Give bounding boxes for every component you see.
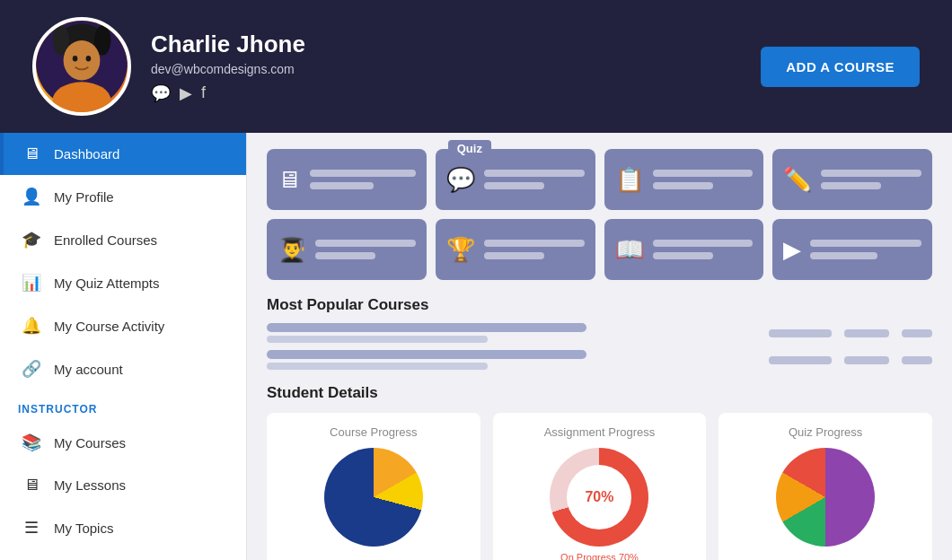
stat-line [810, 252, 877, 259]
sidebar-item-course-activity[interactable]: 🔔 My Course Activity [0, 304, 246, 347]
topics-icon: ☰ [22, 518, 41, 538]
sidebar-item-my-topics[interactable]: ☰ My Topics [0, 506, 246, 549]
stat-card-2[interactable]: Quiz 💬 [436, 149, 595, 210]
stat-icon-2: 💬 [446, 166, 475, 194]
course-row [267, 350, 932, 370]
social-links: 💬 ▶ f [151, 83, 761, 103]
popular-courses-section: Most Popular Courses [267, 296, 932, 370]
stat-cards-grid: 🖥 Quiz 💬 📋 [267, 149, 932, 280]
stat-card-1[interactable]: 🖥 [267, 149, 427, 210]
course-meta-bar [902, 356, 932, 364]
stat-line [315, 252, 375, 259]
on-progress-label: On Progress 70% [502, 552, 698, 560]
user-email: dev@wbcomdesigns.com [151, 62, 761, 76]
student-details-title: Student Details [267, 384, 932, 402]
stat-line [484, 182, 544, 189]
svg-point-6 [73, 56, 78, 61]
main-layout: 🖥 Dashboard 👤 My Profile 🎓 Enrolled Cour… [0, 133, 952, 560]
my-courses-icon: 📚 [22, 433, 41, 452]
course-row [267, 323, 932, 343]
stat-line [484, 240, 585, 247]
header-info: Charlie Jhone dev@wbcomdesigns.com 💬 ▶ f [151, 31, 761, 103]
sidebar-item-dashboard[interactable]: 🖥 Dashboard [0, 133, 246, 175]
course-meta-bar [769, 329, 832, 337]
course-progress-chart [324, 448, 423, 547]
instructor-section-label: INSTRUCTOR [0, 390, 246, 421]
stat-icon-3: 📋 [615, 166, 644, 194]
stat-card-6[interactable]: 🏆 [436, 219, 595, 280]
stat-line [310, 182, 374, 189]
stat-card-5[interactable]: 👨‍🎓 [267, 219, 427, 280]
course-meta-bar [844, 356, 889, 364]
sidebar-item-my-account[interactable]: 🔗 My account [0, 347, 246, 390]
facebook-icon[interactable]: f [201, 83, 206, 103]
quiz-progress-chart [776, 448, 875, 547]
course-bar-top [267, 350, 586, 359]
youtube-icon[interactable]: ▶ [180, 83, 192, 103]
student-details-section: Student Details Course Progress Assignme… [267, 384, 932, 560]
course-meta-bar [902, 329, 932, 337]
avatar [32, 17, 131, 116]
add-course-button[interactable]: ADD A COURSE [761, 47, 920, 87]
stat-line [821, 170, 921, 177]
header: Charlie Jhone dev@wbcomdesigns.com 💬 ▶ f… [0, 0, 952, 133]
assignment-progress-title: Assignment Progress [502, 425, 698, 439]
svg-point-4 [64, 40, 101, 81]
account-icon: 🔗 [22, 359, 41, 379]
stat-card-7[interactable]: 📖 [604, 219, 764, 280]
activity-icon: 🔔 [22, 316, 41, 336]
stat-icon-7: 📖 [615, 236, 644, 264]
stat-card-4[interactable]: ✏️ [772, 149, 932, 210]
donut-hole: 70% [567, 465, 631, 529]
sidebar: 🖥 Dashboard 👤 My Profile 🎓 Enrolled Cour… [0, 133, 247, 560]
stat-line [484, 170, 585, 177]
stat-line [315, 240, 416, 247]
charts-row: Course Progress Assignment Progress 70% … [267, 413, 932, 560]
enrolled-icon: 🎓 [22, 230, 41, 249]
quiz-progress-title: Quiz Progress [727, 425, 923, 439]
stat-card-8[interactable]: ▶ [772, 219, 932, 280]
course-bar-bottom [267, 363, 488, 370]
course-meta-bar [844, 329, 889, 337]
quiz-icon: 📊 [22, 273, 41, 293]
stat-line [653, 170, 754, 177]
stat-line [653, 240, 754, 247]
user-name: Charlie Jhone [151, 31, 761, 58]
course-progress-card: Course Progress [267, 413, 480, 560]
course-progress-title: Course Progress [276, 425, 472, 439]
profile-icon: 👤 [22, 187, 41, 206]
stat-line [821, 182, 881, 189]
assignment-donut: 70% [550, 448, 648, 547]
course-meta-bar [769, 356, 832, 364]
stat-icon-4: ✏️ [783, 166, 812, 194]
popular-courses-title: Most Popular Courses [267, 296, 932, 314]
stat-icon-5: 👨‍🎓 [278, 236, 306, 264]
lessons-icon: 🖥 [22, 476, 41, 494]
sidebar-item-my-courses[interactable]: 📚 My Courses [0, 421, 246, 464]
stat-line [653, 252, 713, 259]
stat-icon-8: ▶ [783, 236, 801, 264]
sidebar-item-enrolled-courses[interactable]: 🎓 Enrolled Courses [0, 218, 246, 261]
stat-line [484, 252, 544, 259]
sidebar-item-my-lessons[interactable]: 🖥 My Lessons [0, 464, 246, 506]
content-area: 🖥 Quiz 💬 📋 [247, 133, 952, 560]
stat-icon-6: 🏆 [446, 236, 475, 264]
svg-point-7 [86, 56, 92, 61]
stat-line [310, 170, 416, 177]
stat-icon-1: 🖥 [278, 166, 301, 194]
sidebar-item-quiz-attempts[interactable]: 📊 My Quiz Attempts [0, 261, 246, 304]
donut-percent: 70% [585, 489, 613, 505]
assignment-progress-card: Assignment Progress 70% On Progress 70% [493, 413, 707, 560]
stat-card-3[interactable]: 📋 [604, 149, 764, 210]
stat-line [810, 240, 921, 247]
quiz-progress-card: Quiz Progress [718, 413, 932, 560]
course-bar-top [267, 323, 586, 332]
whatsapp-icon[interactable]: 💬 [151, 83, 171, 103]
course-bar-bottom [267, 336, 488, 343]
sidebar-item-my-profile[interactable]: 👤 My Profile [0, 175, 246, 218]
dashboard-icon: 🖥 [22, 144, 41, 163]
stat-line [653, 182, 713, 189]
